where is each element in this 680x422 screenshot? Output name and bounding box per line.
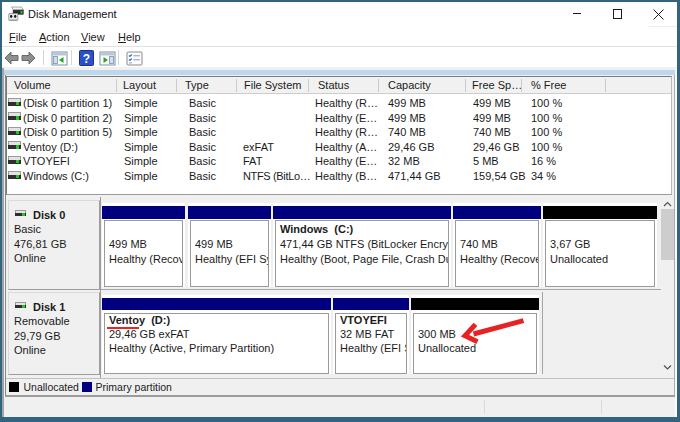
svg-text:?: ? — [83, 52, 90, 66]
